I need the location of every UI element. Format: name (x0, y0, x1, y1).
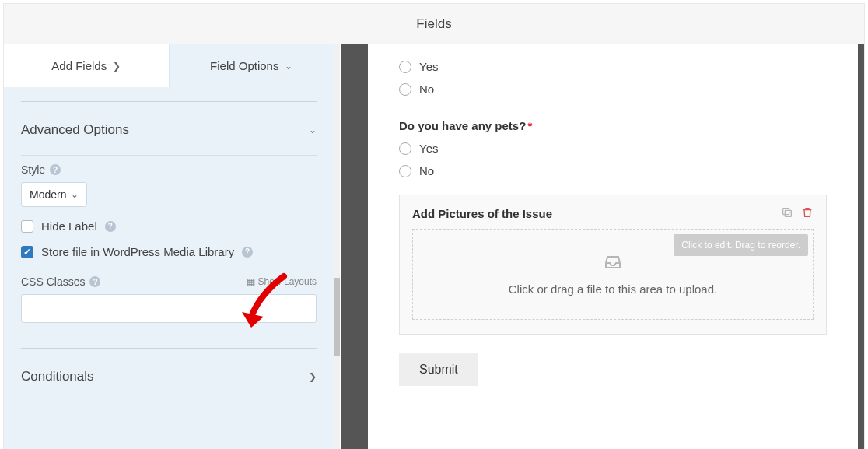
upload-dropzone[interactable]: Click to edit. Drag to reorder. Click or… (412, 229, 814, 320)
show-layouts-label: Show Layouts (258, 276, 317, 287)
dropzone-text: Click or drag a file to this area to upl… (421, 282, 805, 296)
help-icon[interactable]: ? (50, 164, 61, 175)
radio-label: Yes (419, 142, 438, 155)
css-classes-input[interactable] (21, 294, 317, 323)
store-media-label: Store file in WordPress Media Library (41, 245, 234, 258)
topbar: Fields (4, 4, 864, 44)
style-select[interactable]: Modern ⌄ (21, 182, 87, 207)
inbox-icon (602, 253, 624, 272)
page-title: Fields (416, 16, 451, 32)
help-icon[interactable]: ? (242, 247, 253, 258)
radio-icon (399, 61, 411, 73)
upload-field[interactable]: Add Pictures of the Issue Click to edit.… (399, 195, 827, 335)
radio-option[interactable]: Yes (399, 60, 827, 73)
chevron-down-icon: ⌄ (71, 189, 79, 200)
tabs: Add Fields ❯ Field Options ⌄ (4, 44, 334, 87)
trash-icon[interactable] (801, 206, 814, 221)
radio-icon (399, 165, 411, 177)
style-select-value: Modern (30, 188, 66, 201)
duplicate-icon[interactable] (781, 206, 793, 221)
store-media-checkbox[interactable] (21, 246, 33, 258)
submit-button[interactable]: Submit (399, 353, 478, 386)
tab-field-options[interactable]: Field Options ⌄ (170, 44, 334, 87)
style-label: Style (21, 163, 45, 176)
field-label: Do you have any pets?* (399, 119, 827, 132)
sidebar: Add Fields ❯ Field Options ⌄ Advanced Op… (4, 44, 334, 449)
svg-rect-1 (783, 209, 789, 215)
scrollbar-track (334, 44, 340, 449)
section-advanced-options[interactable]: Advanced Options ⌄ (21, 116, 317, 144)
grid-icon: ▦ (247, 276, 255, 287)
hide-label-checkbox[interactable] (21, 220, 33, 233)
form-preview: Yes No Do you have any pets?* Yes No (341, 44, 864, 449)
chevron-down-icon: ⌄ (285, 61, 292, 72)
scrollbar-thumb[interactable] (334, 278, 340, 356)
field-label-text: Do you have any pets? (399, 119, 526, 132)
show-layouts-link[interactable]: ▦ Show Layouts (247, 276, 317, 287)
css-classes-label: CSS Classes (21, 275, 85, 288)
section-title: Advanced Options (21, 122, 129, 138)
radio-icon (399, 142, 411, 155)
section-conditionals[interactable]: Conditionals ❯ (21, 363, 317, 391)
radio-label: Yes (419, 60, 438, 73)
radio-option[interactable]: No (399, 164, 827, 177)
required-asterisk: * (527, 119, 532, 132)
tab-add-fields[interactable]: Add Fields ❯ (4, 44, 170, 87)
svg-rect-0 (785, 210, 791, 216)
chevron-right-icon: ❯ (113, 61, 121, 72)
radio-option[interactable]: No (399, 82, 827, 96)
tab-label: Field Options (210, 59, 278, 72)
radio-icon (399, 83, 411, 96)
radio-label: No (419, 82, 434, 96)
help-icon[interactable]: ? (105, 221, 116, 232)
section-title: Conditionals (21, 369, 94, 384)
radio-option[interactable]: Yes (399, 142, 827, 155)
upload-title: Add Pictures of the Issue (412, 207, 552, 220)
chevron-right-icon: ❯ (309, 371, 317, 382)
chevron-down-icon: ⌄ (309, 125, 317, 135)
edit-hint: Click to edit. Drag to reorder. (674, 234, 808, 256)
submit-label: Submit (419, 363, 458, 376)
hide-label-label: Hide Label (41, 219, 97, 233)
tab-label: Add Fields (51, 59, 107, 72)
radio-label: No (419, 164, 434, 177)
help-icon[interactable]: ? (89, 276, 100, 287)
